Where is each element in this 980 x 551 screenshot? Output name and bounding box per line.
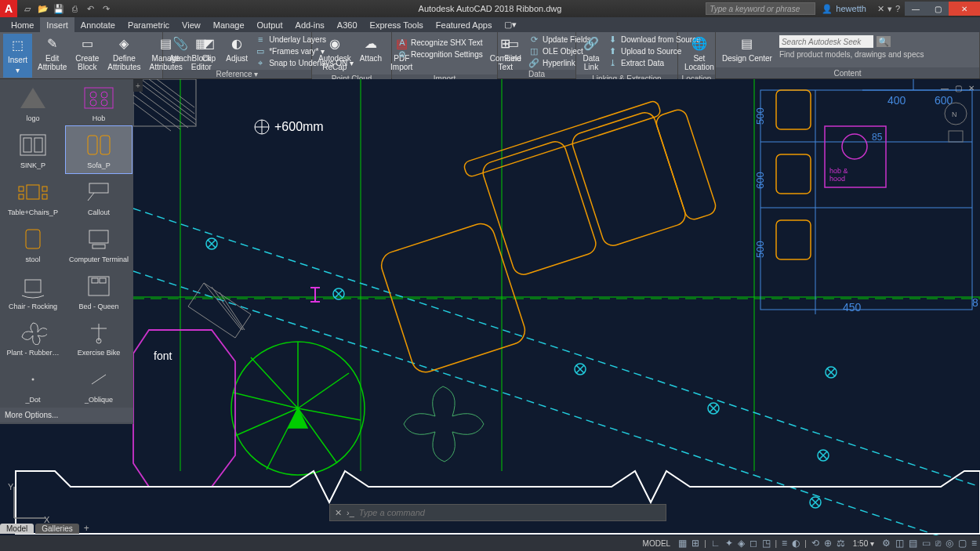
help-search[interactable]: Type a keyword or phrase: [706, 2, 815, 15]
customize-icon[interactable]: ≡: [971, 538, 977, 549]
gallery-item-bike[interactable]: Exercise Bike: [66, 314, 132, 361]
data-link-button[interactable]: 🔗Data Link: [579, 34, 603, 73]
qa-new-icon[interactable]: ▱: [22, 3, 33, 14]
field-button[interactable]: ▭Field: [501, 34, 524, 64]
snap-icon[interactable]: ⊞: [691, 538, 699, 549]
adjust-button[interactable]: ◐Adjust: [223, 34, 251, 64]
edit-attribute-button[interactable]: ✎Edit Attribute: [34, 34, 70, 73]
qa-save-icon[interactable]: 💾: [53, 3, 64, 14]
datalink-icon: 🔗: [583, 35, 600, 53]
tab-view[interactable]: View: [176, 17, 207, 32]
isolate-icon[interactable]: ◎: [946, 538, 953, 549]
svg-rect-71: [19, 187, 24, 191]
svg-text:font: font: [154, 350, 172, 362]
status-model[interactable]: MODEL: [640, 539, 674, 548]
design-center-button[interactable]: ▤Design Center: [719, 34, 775, 64]
gallery-item-oblique[interactable]: _Oblique: [66, 361, 132, 408]
tab-home[interactable]: Home: [5, 17, 40, 32]
transparency-icon[interactable]: ◐: [792, 538, 800, 549]
layout-tab-galleries[interactable]: Galleries: [35, 524, 78, 534]
workspace-icon[interactable]: ⚙: [882, 538, 891, 549]
qa-saveas-icon[interactable]: ⎙: [69, 3, 80, 14]
min-icon[interactable]: —: [939, 84, 950, 92]
tab-parametric[interactable]: Parametric: [122, 17, 176, 32]
annomonitor-icon[interactable]: ⊕: [824, 538, 832, 549]
create-block-button[interactable]: ▭Create Block: [72, 34, 102, 73]
user-account[interactable]: 👤 hewetth: [815, 4, 873, 14]
tab-express[interactable]: Express Tools: [364, 17, 430, 32]
cleanscreen-icon[interactable]: ▢: [958, 538, 967, 549]
more-options-button[interactable]: More Options...: [0, 408, 133, 422]
layout-tab-model[interactable]: Model: [0, 524, 34, 534]
set-location-button[interactable]: 🌐Set Location: [681, 34, 717, 73]
recap-label: Autodesk ReCap: [318, 54, 351, 71]
lineweight-icon[interactable]: ≡: [782, 538, 787, 549]
gallery-item-callout[interactable]: Callout: [66, 173, 132, 220]
tab-featured[interactable]: Featured Apps: [430, 17, 499, 32]
start-tab-icon[interactable]: +: [133, 79, 143, 92]
dropdown-icon[interactable]: ▾: [887, 4, 892, 14]
units-icon[interactable]: ◫: [895, 538, 904, 549]
gallery-item-plant[interactable]: Plant - Rubber…: [0, 314, 66, 361]
tab-output[interactable]: Output: [251, 17, 289, 32]
tab-a360[interactable]: A360: [331, 17, 364, 32]
exchange-icon[interactable]: ✕: [877, 4, 884, 14]
qa-redo-icon[interactable]: ↷: [100, 3, 111, 14]
svg-rect-72: [42, 187, 47, 191]
scale-button[interactable]: 1:50 ▾: [850, 539, 877, 548]
tab-insert[interactable]: Insert: [40, 17, 74, 32]
search-icon[interactable]: 🔍: [877, 36, 891, 47]
3dosnap-icon[interactable]: ◳: [762, 538, 771, 549]
polar-icon[interactable]: ✦: [725, 538, 733, 549]
tab-manage[interactable]: Manage: [207, 17, 251, 32]
lock-icon[interactable]: ▭: [922, 538, 931, 549]
navigation-bar[interactable]: N: [938, 100, 974, 162]
annoscale-icon[interactable]: ⚖: [837, 538, 845, 549]
quickprops-icon[interactable]: ▤: [909, 538, 917, 549]
help-icon[interactable]: ?: [895, 4, 900, 14]
gallery-item-hob[interactable]: Hob: [66, 79, 132, 126]
restore-icon[interactable]: ▢: [953, 84, 964, 92]
hardware-icon[interactable]: ⎚: [935, 538, 941, 549]
drawing-canvas[interactable]: +600mm font 450 400 600 500 600 500 85 8…: [0, 79, 980, 535]
attach-button[interactable]: 📎Attach: [166, 34, 194, 64]
command-line[interactable]: ✕ ›_: [329, 504, 666, 521]
user-name: hewetth: [836, 4, 866, 13]
command-input[interactable]: [359, 508, 661, 517]
panel-label[interactable]: Reference ▾: [163, 70, 311, 78]
close-view-icon[interactable]: ✕: [966, 84, 977, 92]
gallery-item-rocking-chair[interactable]: Chair - Rocking: [0, 267, 66, 314]
tab-extra-icon[interactable]: ▢▾: [498, 17, 523, 32]
qa-undo-icon[interactable]: ↶: [85, 3, 96, 14]
iso-icon[interactable]: ◈: [738, 538, 745, 549]
gallery-item-sink[interactable]: SINK_P: [0, 126, 66, 173]
close-button[interactable]: ✕: [949, 2, 980, 16]
grid-icon[interactable]: ▦: [678, 538, 687, 549]
add-layout-button[interactable]: +: [81, 523, 93, 534]
minimize-button[interactable]: —: [905, 2, 927, 16]
tab-addins[interactable]: Add-ins: [289, 17, 331, 32]
gallery-item-sofa[interactable]: Sofa_P: [66, 126, 132, 173]
define-attributes-button[interactable]: ◈Define Attributes: [104, 34, 143, 73]
gallery-item-stool[interactable]: stool: [0, 220, 66, 267]
osnap-icon[interactable]: ◻: [750, 538, 757, 549]
qa-open-icon[interactable]: 📂: [38, 3, 49, 14]
gallery-item-dot[interactable]: _Dot: [0, 361, 66, 408]
recognize-shx-button[interactable]: ARecognize SHX Text: [395, 37, 485, 48]
pc-attach-button[interactable]: ☁Attach: [357, 34, 385, 64]
maximize-button[interactable]: ▢: [927, 2, 949, 16]
gallery-item-logo[interactable]: logo: [0, 79, 66, 126]
recognition-settings-button[interactable]: ⚙Recognition Settings: [395, 49, 485, 60]
clip-button[interactable]: ◩Clip: [197, 34, 220, 64]
tab-annotate[interactable]: Annotate: [74, 17, 122, 32]
gallery-item-computer[interactable]: Computer Terminal: [66, 220, 132, 267]
insert-block-button[interactable]: ⬚Insert▾: [3, 34, 32, 78]
cmd-history-icon[interactable]: ✕: [335, 508, 342, 518]
gallery-item-table[interactable]: Table+Chairs_P: [0, 173, 66, 220]
cycling-icon[interactable]: ⟲: [811, 538, 819, 549]
gallery-item-bed[interactable]: Bed - Queen: [66, 267, 132, 314]
autodesk-seek-search[interactable]: [779, 35, 873, 48]
edit-attr-label: Edit Attribute: [38, 54, 67, 71]
ortho-icon[interactable]: ∟: [711, 538, 720, 549]
recap-button[interactable]: ◉Autodesk ReCap: [315, 34, 354, 73]
